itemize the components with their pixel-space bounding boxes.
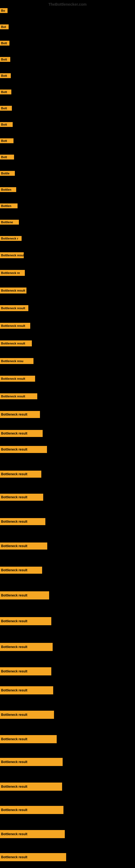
bar-label: Bottleneck result (0, 567, 42, 574)
bar-item: Bott (0, 57, 10, 62)
bar-item: Bottleneck r (0, 236, 21, 241)
bar-label: Bottleneck result (0, 782, 62, 791)
bar-item: Bottleneck result (0, 735, 57, 743)
bar-item: Bottleneck result (0, 446, 47, 453)
bar-item: Bottle (0, 171, 15, 176)
bar-item: Bottleneck result (0, 305, 28, 311)
bar-item: Bottleneck result (0, 591, 49, 599)
bar-label: Bottleneck result (0, 323, 30, 329)
bar-item: Bottleneck result (0, 830, 65, 838)
bar-item: Bottleneck result (0, 758, 63, 766)
bar-label: Bottleneck result (0, 252, 24, 258)
bar-item: Bottleneck result (0, 853, 66, 861)
bar-item: Bottleneck result (0, 252, 24, 258)
bar-label: Bottle (0, 171, 15, 176)
bar-label: Bottleneck resu (0, 358, 34, 364)
bar-label: Bottleneck r (0, 236, 21, 241)
bar-item: Bott (0, 138, 13, 143)
bar-label: Bottleneck result (0, 305, 28, 311)
bar-label: Bottleneck result (0, 853, 66, 861)
bar-item: Bottlen (0, 204, 17, 208)
bar-item: Bottleneck result (0, 494, 43, 501)
bar-label: Bottleneck result (0, 667, 51, 675)
bar-label: Bottleneck result (0, 758, 63, 766)
bar-item: Bottleneck result (0, 411, 40, 418)
bar-item: Bottleneck resu (0, 358, 34, 364)
bar-label: Bottleneck result (0, 542, 47, 550)
bar-item: Bottleneck result (0, 782, 62, 791)
bar-label: Bottlen (0, 187, 16, 192)
bar-item: Bottleneck result (0, 376, 35, 382)
bar-label: Bott (0, 106, 12, 111)
bar-item: Bottleneck result (0, 617, 51, 625)
bar-label: Bottleneck result (0, 591, 49, 599)
bar-label: Bottleneck result (0, 643, 53, 651)
bar-item: Bott (0, 73, 11, 78)
bar-label: Bo (0, 8, 8, 13)
bar-label: Bottlene (0, 220, 19, 225)
bar-label: Bottleneck result (0, 686, 53, 694)
bar-label: Bott (0, 138, 13, 143)
bar-label: Bot (0, 24, 9, 29)
bar-label: Bott (0, 41, 9, 45)
bar-item: Bott (0, 41, 9, 45)
bar-item: Bottleneck result (0, 471, 41, 478)
bar-label: Bottleneck result (0, 494, 43, 501)
bar-label: Bottleneck result (0, 411, 40, 418)
bar-label: Bottleneck result (0, 830, 65, 838)
bar-label: Bottleneck result (0, 471, 41, 478)
bar-label: Bott (0, 57, 10, 62)
bar-item: Bottleneck result (0, 430, 43, 437)
bar-label: Bott (0, 73, 11, 78)
bar-label: Bottleneck result (0, 711, 54, 719)
bar-label: Bottlen (0, 204, 17, 208)
bar-item: Bottleneck result (0, 686, 53, 694)
bar-label: Bottleneck result (0, 287, 27, 293)
bar-label: Bottleneck result (0, 393, 37, 399)
bar-label: Bottleneck result (0, 430, 43, 437)
bar-item: Bottleneck result (0, 806, 63, 814)
bar-item: Bottleneck result (0, 518, 45, 525)
bar-item: Bottlene (0, 220, 19, 225)
bar-item: Bo (0, 8, 8, 13)
bar-label: Bott (0, 90, 11, 94)
bar-item: Bottleneck result (0, 323, 30, 329)
bar-item: Bottleneck result (0, 667, 51, 675)
bar-label: Bottleneck result (0, 376, 35, 382)
bar-item: Bott (0, 90, 11, 94)
bar-item: Bottleneck result (0, 643, 53, 651)
bar-label: Bottleneck re (0, 270, 25, 276)
bar-label: Bottleneck result (0, 806, 63, 814)
bar-item: Bott (0, 155, 14, 159)
bar-item: Bottlen (0, 187, 16, 192)
bar-label: Bott (0, 122, 13, 127)
site-title: TheBottlenecker.com (48, 2, 87, 6)
bar-item: Bottleneck result (0, 393, 37, 399)
bar-item: Bottleneck re (0, 270, 25, 276)
bar-item: Bott (0, 122, 13, 127)
bar-label: Bottleneck result (0, 735, 57, 743)
bar-label: Bottleneck result (0, 617, 51, 625)
bar-item: Bottleneck result (0, 567, 42, 574)
bar-item: Bott (0, 106, 12, 111)
bar-label: Bottleneck result (0, 518, 45, 525)
bar-label: Bott (0, 155, 14, 159)
bar-item: Bottleneck result (0, 711, 54, 719)
bar-item: Bottleneck result (0, 542, 47, 550)
bar-label: Bottleneck result (0, 340, 32, 346)
bar-label: Bottleneck result (0, 446, 47, 453)
bar-item: Bottleneck result (0, 287, 27, 293)
bar-item: Bottleneck result (0, 340, 32, 346)
bar-item: Bot (0, 24, 9, 29)
